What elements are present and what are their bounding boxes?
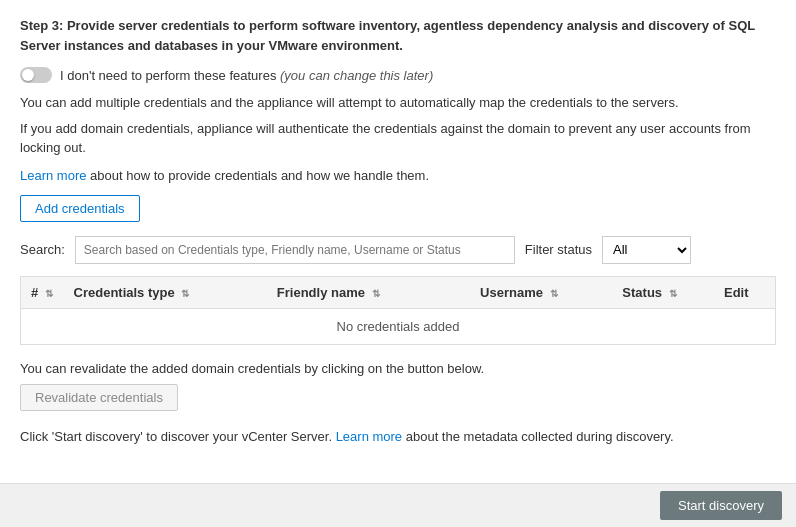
bottom-text: Click 'Start discovery' to discover your… xyxy=(20,427,776,447)
bottom-prefix: Click 'Start discovery' to discover your… xyxy=(20,429,336,444)
sort-icon-hash: ⇅ xyxy=(45,288,53,299)
col-header-hash[interactable]: # ⇅ xyxy=(21,277,64,309)
sort-icon-username: ⇅ xyxy=(550,288,558,299)
revalidate-text: You can revalidate the added domain cred… xyxy=(20,361,776,376)
learn-more-discovery-link[interactable]: Learn more xyxy=(336,429,402,444)
filter-status-select[interactable]: All Valid Invalid Unknown xyxy=(602,236,691,264)
search-input[interactable] xyxy=(75,236,515,264)
revalidate-credentials-button[interactable]: Revalidate credentials xyxy=(20,384,178,411)
col-header-username[interactable]: Username ⇅ xyxy=(470,277,612,309)
credentials-table: # ⇅ Credentials type ⇅ Friendly name ⇅ U… xyxy=(21,277,775,344)
add-credentials-button[interactable]: Add credentials xyxy=(20,195,140,222)
toggle-label: I don't need to perform these features (… xyxy=(60,68,433,83)
info-line-1: You can add multiple credentials and the… xyxy=(20,93,776,113)
info-line-2: If you add domain credentials, appliance… xyxy=(20,119,776,158)
sort-icon-cred-type: ⇅ xyxy=(181,288,189,299)
table-header-row: # ⇅ Credentials type ⇅ Friendly name ⇅ U… xyxy=(21,277,775,309)
step-title: Step 3: Provide server credentials to pe… xyxy=(20,16,776,55)
bottom-suffix: about the metadata collected during disc… xyxy=(402,429,673,444)
col-header-friendly-name[interactable]: Friendly name ⇅ xyxy=(267,277,470,309)
sort-icon-friendly-name: ⇅ xyxy=(372,288,380,299)
learn-more-row: Learn more about how to provide credenti… xyxy=(20,168,776,183)
learn-more-suffix: about how to provide credentials and how… xyxy=(86,168,429,183)
filter-status-label: Filter status xyxy=(525,242,592,257)
col-header-edit: Edit xyxy=(714,277,775,309)
table-empty-message: No credentials added xyxy=(21,308,775,344)
start-discovery-button[interactable]: Start discovery xyxy=(660,491,782,520)
footer-bar: Start discovery xyxy=(0,483,796,527)
revalidate-section: You can revalidate the added domain cred… xyxy=(20,361,776,411)
sort-icon-status: ⇅ xyxy=(669,288,677,299)
search-label: Search: xyxy=(20,242,65,257)
credentials-table-wrapper: # ⇅ Credentials type ⇅ Friendly name ⇅ U… xyxy=(20,276,776,345)
table-empty-row: No credentials added xyxy=(21,308,775,344)
col-header-cred-type[interactable]: Credentials type ⇅ xyxy=(64,277,267,309)
col-header-status[interactable]: Status ⇅ xyxy=(612,277,714,309)
learn-more-credentials-link[interactable]: Learn more xyxy=(20,168,86,183)
perform-features-toggle[interactable] xyxy=(20,67,52,83)
